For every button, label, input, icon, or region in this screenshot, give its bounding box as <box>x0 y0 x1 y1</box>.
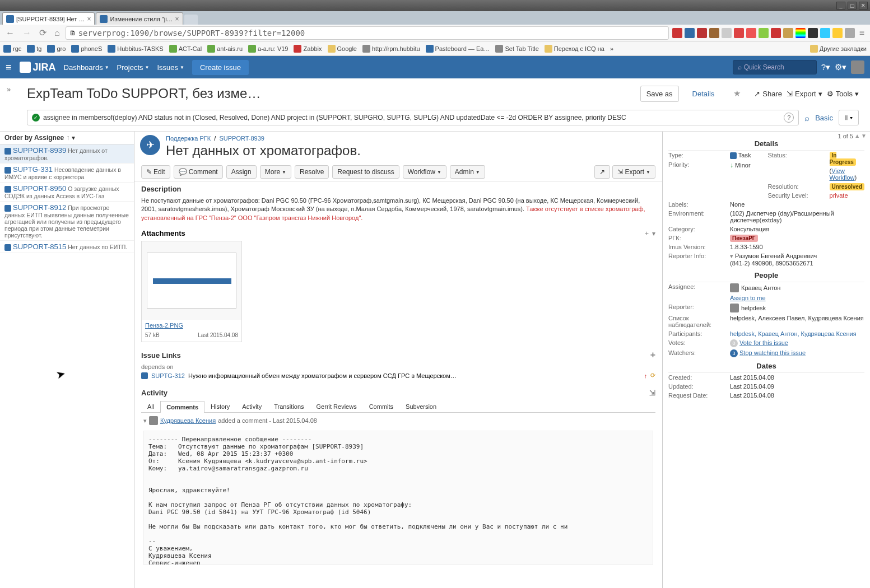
bookmark[interactable]: Zabbix <box>294 45 322 53</box>
maximize-button[interactable]: ▢ <box>848 2 857 10</box>
prev-issue-icon[interactable]: ▲ <box>854 133 860 139</box>
ext-icon[interactable] <box>845 28 855 38</box>
vote-link[interactable]: Vote for this issue <box>739 339 788 346</box>
tab-activity[interactable]: Activity <box>236 400 268 412</box>
sort-asc-icon[interactable]: ↑ <box>66 134 69 142</box>
ext-icon[interactable] <box>759 28 769 38</box>
bookmark[interactable]: a-a.ru: V19 <box>248 45 288 53</box>
dashboards-menu[interactable]: Dashboards▼ <box>64 63 109 72</box>
layout-switcher[interactable]: ⫴ ▾ <box>839 110 859 125</box>
jql-input[interactable]: ✓ assignee in membersof(deploy) AND stat… <box>27 110 799 125</box>
reload-button[interactable]: ⟳ <box>37 26 49 39</box>
browser-tab[interactable]: Изменение стиля "ji… × <box>96 12 183 25</box>
assign-to-me-link[interactable]: Assign to me <box>730 295 766 301</box>
export-issue-button[interactable]: ⇲ Export ▼ <box>612 165 655 179</box>
menu-icon[interactable]: ≡ <box>857 27 867 39</box>
browser-tab[interactable]: [SUPPORT-8939] Нет … × <box>2 12 95 25</box>
share-button[interactable]: ↗ Share <box>754 90 782 98</box>
minimize-button[interactable]: _ <box>836 2 845 10</box>
comment-body[interactable]: -------- Перенаправленное сообщение ----… <box>143 431 653 565</box>
order-by-header[interactable]: Order by Assignee ↑ ▾ <box>0 132 134 144</box>
close-button[interactable]: ✕ <box>859 2 868 10</box>
tab-history[interactable]: History <box>204 400 236 412</box>
bookmark[interactable]: Переход с ICQ на <box>545 45 604 53</box>
bookmark[interactable]: tg <box>27 45 41 53</box>
expand-sidebar-icon[interactable]: » <box>7 85 11 94</box>
admin-button[interactable]: Admin ▼ <box>450 165 485 179</box>
bookmark[interactable]: phoneS <box>71 45 102 53</box>
address-bar[interactable]: 🗎 serverprog:1090/browse/SUPPORT-8939?fi… <box>66 26 669 40</box>
export-button[interactable]: ⇲ Export ▾ <box>787 90 822 98</box>
tab-all[interactable]: All <box>141 400 160 412</box>
issue-row[interactable]: SUPPORT-8515 Нет данных по ЕИТП. <box>0 241 134 253</box>
bookmark[interactable]: gro <box>47 45 66 53</box>
tab-close-icon[interactable]: × <box>87 15 91 23</box>
gear-icon[interactable]: ⚙▾ <box>835 62 846 72</box>
issue-list-body[interactable]: SUPPORT-8939 Нет данных от хроматографов… <box>0 144 134 588</box>
user-avatar[interactable] <box>851 60 864 74</box>
issue-row[interactable]: SUPTG-331 Несовпадение данных в ИМУС и а… <box>0 164 134 183</box>
sort-menu-icon[interactable]: ▾ <box>72 134 75 142</box>
ext-icon[interactable] <box>820 28 830 38</box>
attachment-name[interactable]: Пенза-2.PNG <box>142 320 241 331</box>
issue-row[interactable]: SUPPORT-8912 При просмотре данных ЕИТП в… <box>0 202 134 241</box>
issue-key-link[interactable]: SUPPORT-8939 <box>219 135 264 142</box>
bookmark[interactable]: ant-ais.ru <box>207 45 243 53</box>
star-icon[interactable]: ★ <box>728 85 746 102</box>
create-issue-button[interactable]: Create issue <box>192 60 249 75</box>
basic-mode-link[interactable]: Basic <box>815 114 833 122</box>
bookmark[interactable]: http://rpm.hubbitu <box>362 45 420 53</box>
attachment-options-icon[interactable]: ▾ <box>652 230 655 237</box>
resolve-button[interactable]: Resolve <box>295 165 329 179</box>
ext-icon[interactable] <box>685 28 695 38</box>
ext-icon[interactable] <box>672 28 682 38</box>
stop-watching-link[interactable]: Stop watching this issue <box>739 349 806 356</box>
project-link[interactable]: Поддержка РГК <box>166 135 211 142</box>
commenter-link[interactable]: Кудрявцева Ксения <box>160 417 216 424</box>
collapse-icon[interactable]: ▾ <box>143 417 147 424</box>
tab-close-icon[interactable]: × <box>175 15 179 23</box>
activity-options-icon[interactable]: ⇲ <box>649 389 655 397</box>
tab-subversion[interactable]: Subversion <box>399 400 443 412</box>
ext-icon[interactable] <box>808 28 818 38</box>
tools-button[interactable]: ⚙ Tools ▾ <box>827 90 859 98</box>
next-issue-icon[interactable]: ▼ <box>861 133 867 139</box>
add-attachment-icon[interactable]: + <box>641 230 652 237</box>
assign-button[interactable]: Assign <box>226 165 257 179</box>
hamburger-icon[interactable]: ≡ <box>6 62 12 73</box>
share-icon-button[interactable]: ↗ <box>594 165 610 179</box>
new-tab-button[interactable] <box>184 15 198 25</box>
jql-help-icon[interactable]: ? <box>784 113 794 123</box>
tab-transitions[interactable]: Transitions <box>268 400 310 412</box>
bookmark[interactable]: Set Tab Title <box>495 45 538 53</box>
bookmark-overflow[interactable]: » <box>610 45 613 52</box>
bookmark[interactable]: Google <box>328 45 357 53</box>
expand-icon[interactable]: ▾ <box>730 253 733 259</box>
home-button[interactable]: ⌂ <box>52 27 62 39</box>
other-bookmarks[interactable]: Другие закладки <box>810 45 867 53</box>
bookmark[interactable]: Pasteboard — Ea… <box>426 45 490 53</box>
jira-logo[interactable]: JIRA <box>20 62 56 73</box>
help-icon[interactable]: ?▾ <box>821 62 830 72</box>
comment-button[interactable]: 💬 Comment <box>174 165 223 179</box>
bookmark[interactable]: rgc <box>3 45 21 53</box>
tab-gerrit[interactable]: Gerrit Reviews <box>310 400 363 412</box>
ext-icon[interactable] <box>783 28 793 38</box>
saveas-button[interactable]: Save as <box>640 86 679 102</box>
ext-icon[interactable] <box>795 28 806 38</box>
attachment-item[interactable]: Пенза-2.PNG 57 kB Last 2015.04.08 <box>141 241 242 342</box>
issue-row[interactable]: SUPPORT-8939 Нет данных от хроматографов… <box>0 144 134 164</box>
add-link-icon[interactable]: + <box>650 350 655 360</box>
edit-button[interactable]: ✎ Edit <box>141 165 170 179</box>
tab-comments[interactable]: Comments <box>160 401 204 413</box>
ext-icon[interactable] <box>771 28 781 38</box>
rtd-button[interactable]: Request to discuss <box>332 165 399 179</box>
details-link[interactable]: Details <box>687 86 720 101</box>
search-icon[interactable]: ⌕ <box>804 113 809 123</box>
ext-icon[interactable] <box>709 28 719 38</box>
ext-icon[interactable] <box>832 28 843 38</box>
linked-issue-row[interactable]: SUPTG-312 Нужно информационный обмен меж… <box>141 370 655 381</box>
ext-icon[interactable] <box>697 28 707 38</box>
projects-menu[interactable]: Projects▼ <box>117 63 150 72</box>
ext-icon[interactable] <box>734 28 744 38</box>
